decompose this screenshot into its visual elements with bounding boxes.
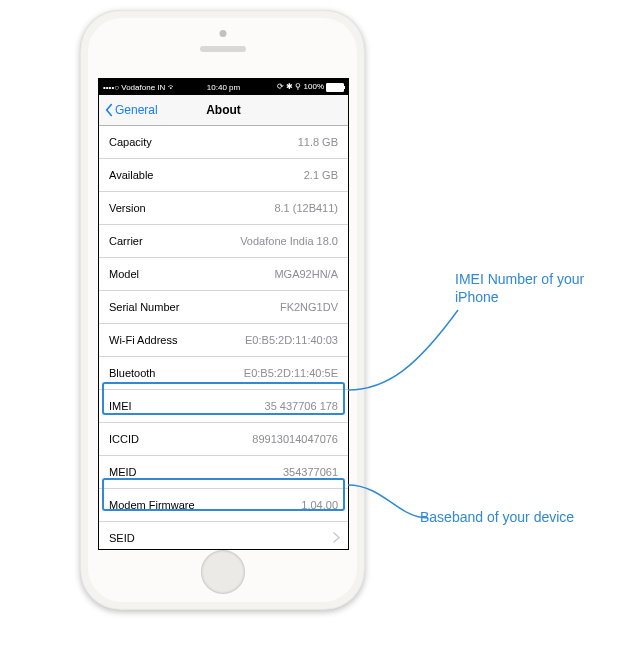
about-row-wi-fi-address: Wi-Fi AddressE0:B5:2D:11:40:03 [99,324,348,357]
annotation-imei: IMEI Number of your iPhone [455,270,595,306]
home-button[interactable] [201,550,245,594]
screen: ••••○ Vodafone IN ᯤ 10:40 pm ⟳ ✱ ⚲ 100% … [98,78,349,550]
row-value: 89913014047076 [252,433,338,445]
earpiece [200,46,246,52]
row-label: SEID [109,532,135,544]
about-list[interactable]: Capacity11.8 GBAvailable2.1 GBVersion8.1… [99,126,348,550]
page-title: About [99,103,348,117]
phone-frame: ••••○ Vodafone IN ᯤ 10:40 pm ⟳ ✱ ⚲ 100% … [80,10,365,610]
status-right: ⟳ ✱ ⚲ 100% [277,82,344,91]
about-row-capacity: Capacity11.8 GB [99,126,348,159]
row-label: Carrier [109,235,143,247]
row-label: Available [109,169,153,181]
row-value: 35 437706 178 [265,400,338,412]
row-value: MGA92HN/A [274,268,338,280]
about-row-version: Version8.1 (12B411) [99,192,348,225]
annotation-baseband: Baseband of your device [420,508,574,526]
row-value: FK2NG1DV [280,301,338,313]
about-row-seid[interactable]: SEID [99,522,348,550]
about-row-available: Available2.1 GB [99,159,348,192]
row-label: MEID [109,466,137,478]
front-camera [219,30,226,37]
row-label: ICCID [109,433,139,445]
about-row-iccid: ICCID89913014047076 [99,423,348,456]
row-label: IMEI [109,400,132,412]
row-value: 11.8 GB [298,136,338,148]
about-row-model: ModelMGA92HN/A [99,258,348,291]
row-label: Version [109,202,146,214]
row-label: Serial Number [109,301,179,313]
about-row-meid: MEID354377061 [99,456,348,489]
row-label: Bluetooth [109,367,155,379]
about-row-bluetooth: BluetoothE0:B5:2D:11:40:5E [99,357,348,390]
nav-bar: General About [99,95,348,126]
about-row-serial-number: Serial NumberFK2NG1DV [99,291,348,324]
row-value: 1.04.00 [301,499,338,511]
row-value: E0:B5:2D:11:40:5E [244,367,338,379]
row-label: Modem Firmware [109,499,195,511]
about-row-imei: IMEI35 437706 178 [99,390,348,423]
row-value: Vodafone India 18.0 [240,235,338,247]
row-value: 2.1 GB [304,169,338,181]
about-row-modem-firmware: Modem Firmware1.04.00 [99,489,348,522]
row-value: 354377061 [283,466,338,478]
about-row-carrier: CarrierVodafone India 18.0 [99,225,348,258]
row-label: Capacity [109,136,152,148]
status-bar: ••••○ Vodafone IN ᯤ 10:40 pm ⟳ ✱ ⚲ 100% [99,79,348,95]
battery-icon [326,83,344,92]
row-label: Model [109,268,139,280]
connector-imei [348,305,478,405]
status-carrier: ••••○ Vodafone IN ᯤ [103,83,176,92]
row-value: E0:B5:2D:11:40:03 [245,334,338,346]
row-value: 8.1 (12B411) [274,202,338,214]
chevron-right-icon [333,532,340,543]
row-label: Wi-Fi Address [109,334,177,346]
